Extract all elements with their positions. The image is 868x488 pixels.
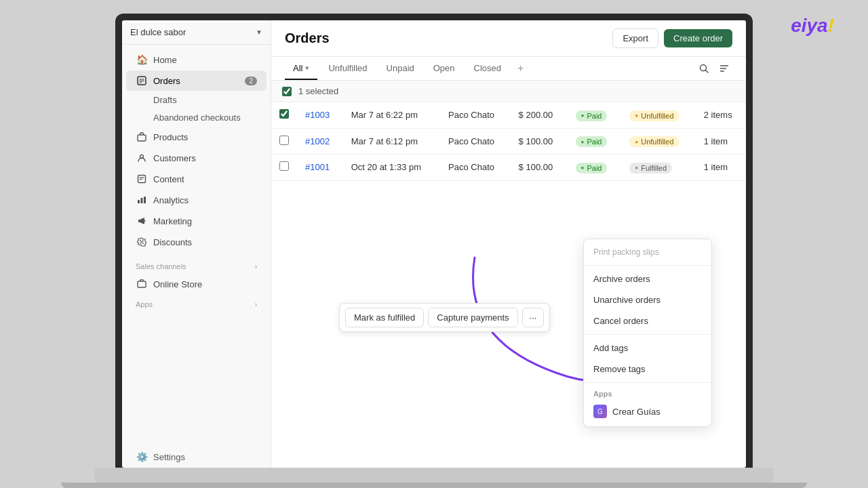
sidebar-item-marketing[interactable]: Marketing [126, 211, 267, 231]
mark-fulfilled-button[interactable]: Mark as fulfilled [345, 308, 424, 327]
apps-label: Apps › [122, 295, 271, 311]
tab-unpaid[interactable]: Unpaid [378, 58, 422, 80]
row-checkbox-1001[interactable] [279, 161, 289, 171]
order-fulfillment-1002: Unfulfilled [629, 136, 679, 147]
products-icon [136, 131, 148, 143]
dropdown-item-remove-tags[interactable]: Remove tags [584, 359, 711, 380]
sidebar-item-content[interactable]: Content [126, 169, 267, 189]
order-id-1002[interactable]: #1002 [305, 136, 330, 146]
sidebar-item-discounts-label: Discounts [153, 237, 192, 247]
tab-open[interactable]: Open [425, 58, 463, 80]
sidebar-item-discounts[interactable]: Discounts [126, 232, 267, 252]
order-fulfillment-1001: Fulfilled [629, 163, 672, 174]
store-selector-arrow: ▼ [256, 28, 262, 36]
sidebar-item-home[interactable]: 🏠 Home [126, 49, 267, 70]
order-id-1001[interactable]: #1001 [305, 162, 330, 172]
sidebar-item-orders-label: Orders [153, 76, 180, 86]
sidebar-item-content-label: Content [153, 174, 184, 184]
svg-rect-16 [138, 281, 146, 287]
create-order-button[interactable]: Create order [664, 29, 732, 47]
svg-point-12 [144, 220, 146, 222]
store-name: El dulce sabor [130, 27, 186, 37]
sidebar-item-customers-label: Customers [153, 153, 196, 163]
content-icon [136, 173, 148, 185]
more-actions-button[interactable]: ··· [522, 308, 545, 327]
order-items-1002: 1 item [704, 136, 728, 146]
dropdown-item-cancel[interactable]: Cancel orders [584, 310, 711, 331]
order-date-1001: Oct 20 at 1:33 pm [351, 162, 421, 172]
sidebar-item-abandoned[interactable]: Abandoned checkouts [126, 109, 267, 126]
order-date-1002: Mar 7 at 6:12 pm [351, 136, 418, 146]
dropdown-apps-header: Apps [584, 386, 711, 399]
order-date-1003: Mar 7 at 6:22 pm [351, 110, 418, 120]
store-selector[interactable]: El dulce sabor ▼ [122, 20, 271, 45]
dropdown-item-add-tags[interactable]: Add tags [584, 338, 711, 359]
dropdown-section-archive: Archive orders Unarchive orders Cancel o… [584, 266, 711, 335]
table-row: #1001 Oct 20 at 1:33 pm Paco Chato $ 100… [271, 155, 746, 181]
sidebar-item-orders[interactable]: Orders 2 [126, 70, 267, 91]
sidebar-item-drafts[interactable]: Drafts [126, 92, 267, 108]
sort-button[interactable] [716, 60, 732, 77]
sidebar-item-home-label: Home [153, 55, 177, 65]
order-id-1003[interactable]: #1003 [305, 110, 330, 120]
discounts-icon [136, 236, 148, 248]
page-title: Orders [285, 30, 330, 46]
orders-badge: 2 [245, 77, 257, 85]
customers-icon [136, 152, 148, 164]
dropdown-menu: Print packing slips Archive orders Unarc… [583, 239, 712, 427]
table-row: #1003 Mar 7 at 6:22 pm Paco Chato $ 200.… [271, 102, 746, 128]
row-checkbox-1003[interactable] [279, 109, 289, 119]
sidebar-item-online-store[interactable]: Online Store [126, 274, 267, 294]
order-payment-1001: Paid [576, 163, 608, 174]
orders-icon [136, 75, 148, 87]
svg-rect-10 [141, 198, 143, 203]
order-fulfillment-1003: Unfulfilled [629, 110, 679, 121]
crear-guias-icon: G [593, 405, 607, 418]
dropdown-section-tags: Add tags Remove tags [584, 335, 711, 383]
sidebar-item-analytics[interactable]: Analytics [126, 190, 267, 210]
dropdown-item-print[interactable]: Print packing slips [584, 242, 711, 262]
analytics-icon [136, 194, 148, 206]
select-all-checkbox[interactable] [282, 87, 292, 96]
svg-rect-9 [138, 200, 140, 203]
sidebar-item-abandoned-label: Abandoned checkouts [153, 113, 241, 123]
marketing-icon [136, 215, 148, 227]
eiya-logo: eiya! [791, 15, 834, 37]
order-items-1003: 2 items [704, 110, 732, 120]
capture-payments-button[interactable]: Capture payments [428, 308, 517, 327]
sales-channels-label: Sales channels › [122, 257, 271, 273]
order-customer-1001: Paco Chato [448, 162, 494, 172]
add-tab-button[interactable]: + [512, 57, 529, 80]
tab-unfulfilled[interactable]: Unfulfilled [320, 58, 375, 80]
orders-table: #1003 Mar 7 at 6:22 pm Paco Chato $ 200.… [271, 102, 746, 181]
main-content: Orders Export Create order All ▾ [271, 20, 746, 468]
header-actions: Export Create order [612, 28, 732, 48]
dropdown-item-archive[interactable]: Archive orders [584, 268, 711, 289]
bulk-action-bar: 1 selected [271, 81, 746, 102]
tab-all[interactable]: All ▾ [285, 58, 317, 80]
laptop-foot [61, 483, 807, 488]
tab-closed[interactable]: Closed [466, 58, 509, 80]
svg-rect-11 [144, 197, 146, 203]
export-button[interactable]: Export [612, 28, 658, 48]
dropdown-section-print: Print packing slips [584, 239, 711, 266]
search-filter-button[interactable] [696, 60, 712, 77]
action-bar: Mark as fulfilled Capture payments ··· [339, 303, 550, 332]
row-checkbox-1002[interactable] [279, 136, 289, 145]
sidebar-item-settings[interactable]: ⚙️ Settings [126, 447, 267, 467]
svg-rect-4 [138, 135, 146, 141]
sidebar-item-customers[interactable]: Customers [126, 148, 267, 168]
bulk-count: 1 selected [298, 86, 338, 96]
page-header: Orders Export Create order [271, 20, 746, 57]
main-nav: 🏠 Home [122, 45, 271, 257]
sidebar-item-drafts-label: Drafts [153, 95, 177, 105]
dropdown-item-unarchive[interactable]: Unarchive orders [584, 289, 711, 310]
sidebar-item-products-label: Products [153, 132, 188, 142]
sidebar-item-marketing-label: Marketing [153, 216, 192, 226]
sidebar-item-products[interactable]: Products [126, 127, 267, 147]
order-payment-1003: Paid [576, 110, 608, 121]
order-customer-1002: Paco Chato [448, 136, 494, 146]
laptop-base [95, 468, 773, 483]
dropdown-item-crear-guias[interactable]: G Crear Guías [584, 399, 711, 424]
order-amount-1001: $ 100.00 [519, 162, 553, 172]
